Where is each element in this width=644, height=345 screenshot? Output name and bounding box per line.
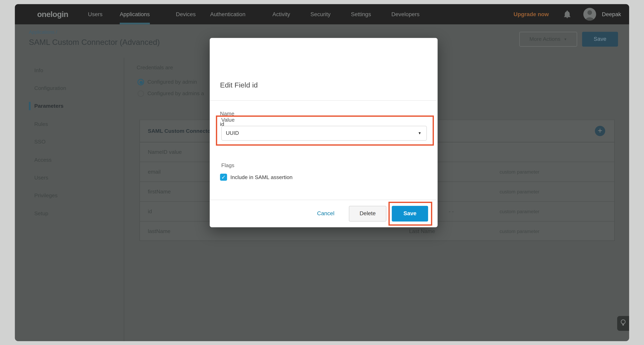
sidebar-item-sso[interactable]: SSO: [34, 138, 46, 146]
sidebar-divider: [124, 58, 124, 341]
select-caret-down-icon: ▼: [418, 126, 422, 140]
check-icon: ✓: [221, 174, 226, 180]
user-name[interactable]: Deepak: [602, 4, 621, 24]
nav-item-settings[interactable]: Settings: [351, 4, 371, 24]
credentials-label: Credentials are: [137, 64, 173, 70]
param-type: custom parameter: [500, 202, 540, 222]
nav-item-activity[interactable]: Activity: [272, 4, 290, 24]
caret-down-icon: ▼: [564, 37, 567, 41]
cancel-link[interactable]: Cancel: [317, 210, 334, 217]
breadcrumb[interactable]: Applications /: [29, 30, 57, 34]
flags-label: Flags: [221, 162, 234, 168]
more-actions-label: More Actions: [530, 36, 560, 42]
page-title: SAML Custom Connector (Advanced): [29, 38, 160, 47]
lightbulb-icon: [620, 319, 627, 329]
top-nav: onelogin Users Applications Devices Auth…: [15, 4, 629, 24]
plus-icon: +: [598, 126, 602, 135]
nav-item-developers[interactable]: Developers: [392, 4, 420, 24]
param-name: lastName: [148, 222, 170, 241]
radio-configured-by-admin[interactable]: [138, 79, 144, 85]
nav-item-security[interactable]: Security: [310, 4, 331, 24]
param-name: email: [148, 162, 160, 182]
avatar-shoulders-shape: [586, 17, 594, 21]
radio-label-admin: Configured by admin: [148, 78, 210, 86]
sidebar-item-info[interactable]: Info: [34, 66, 43, 75]
sidebar-item-setup[interactable]: Setup: [34, 210, 48, 218]
param-type: custom parameter: [500, 222, 540, 241]
value-selected-option: UUID: [226, 126, 239, 140]
sidebar-item-access[interactable]: Access: [34, 156, 52, 164]
value-select[interactable]: UUID ▼: [221, 126, 427, 141]
sidebar-item-configuration[interactable]: Configuration: [34, 84, 66, 92]
radio-configured-by-admins-users[interactable]: [138, 90, 144, 97]
nav-item-users[interactable]: Users: [88, 4, 102, 24]
include-saml-label: Include in SAML assertion: [230, 174, 292, 180]
value-label: Value: [221, 117, 234, 123]
modal-header-divider: [210, 100, 438, 101]
include-saml-checkbox[interactable]: ✓: [220, 174, 227, 181]
sidebar-item-parameters[interactable]: Parameters: [34, 102, 64, 110]
param-value: - -: [449, 202, 454, 222]
add-parameter-button[interactable]: +: [595, 126, 605, 136]
avatar[interactable]: [583, 8, 596, 21]
active-item-indicator: [29, 102, 30, 110]
radio-label-admins-users: Configured by admins a: [148, 89, 210, 98]
edit-field-modal: Edit Field id Name id Value UUID ▼ Flags…: [210, 38, 438, 227]
page-save-button[interactable]: Save: [582, 32, 618, 46]
screen: onelogin Users Applications Devices Auth…: [0, 0, 644, 345]
sidebar-item-users[interactable]: Users: [34, 174, 48, 182]
delete-button[interactable]: Delete: [349, 206, 386, 222]
upgrade-now-link[interactable]: Upgrade now: [514, 4, 549, 24]
param-name: firstName: [148, 182, 171, 202]
modal-title: Edit Field id: [220, 81, 258, 89]
param-name: NameID value: [148, 142, 182, 162]
nav-item-devices[interactable]: Devices: [176, 4, 196, 24]
radio-dot: [140, 81, 143, 84]
onelogin-logo: onelogin: [37, 4, 68, 24]
nav-item-applications[interactable]: Applications: [120, 4, 150, 24]
more-actions-button[interactable]: More Actions▼: [520, 32, 577, 46]
modal-save-button[interactable]: Save: [392, 206, 428, 222]
sidebar-item-privileges[interactable]: Privileges: [34, 191, 58, 200]
param-type: custom parameter: [500, 162, 540, 182]
table-title: SAML Custom Connecto: [148, 120, 210, 142]
nav-item-authentication[interactable]: Authentication: [210, 4, 246, 24]
param-name: id: [148, 202, 152, 222]
param-type: custom parameter: [500, 182, 540, 202]
avatar-head-shape: [587, 10, 592, 15]
modal-footer-divider: [210, 200, 438, 200]
bell-icon[interactable]: [564, 10, 570, 18]
sidebar-item-rules[interactable]: Rules: [34, 120, 48, 128]
help-widget[interactable]: [617, 316, 629, 331]
